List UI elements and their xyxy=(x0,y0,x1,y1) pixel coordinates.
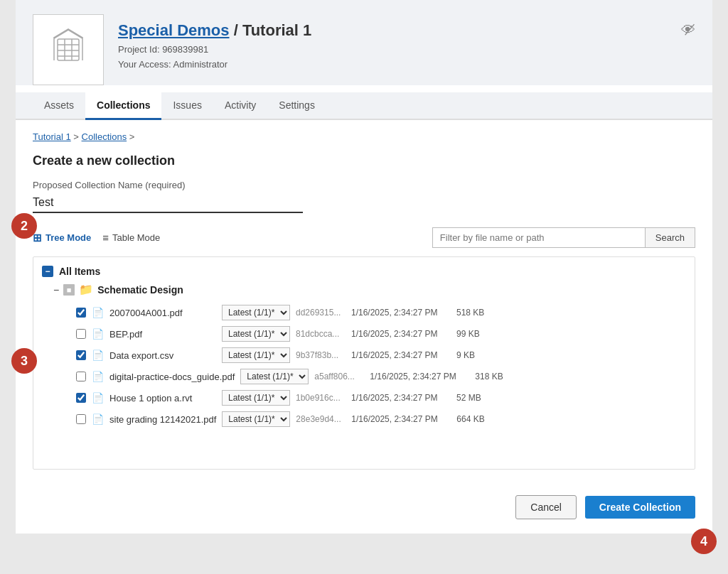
header-right: 👁​̸ xyxy=(681,14,695,38)
tab-assets[interactable]: Assets xyxy=(33,92,85,120)
project-access: Your Access: Administrator xyxy=(118,58,667,72)
file-checkbox-5[interactable] xyxy=(76,414,86,424)
file-icon-3: 📄 xyxy=(92,371,104,382)
version-select-5[interactable]: Latest (1/1)* xyxy=(222,411,290,427)
file-row: 📄 site grading 12142021.pdf Latest (1/1)… xyxy=(42,408,686,430)
folder-label: Schematic Design xyxy=(97,284,183,296)
project-header: Special Demos / Tutorial 1 Project Id: 9… xyxy=(16,0,712,85)
file-size-2: 9 KB xyxy=(456,350,499,360)
collection-name-label: Proposed Collection Name (required) xyxy=(33,180,695,190)
folder-collapse-icon[interactable]: − xyxy=(53,284,59,296)
folder-row: − ■ 📁 Schematic Design xyxy=(42,283,686,296)
step-badge-2: 2 xyxy=(11,213,37,239)
create-collection-button[interactable]: Create Collection xyxy=(585,496,695,519)
content-area: Tutorial 1 > Collections > Create a new … xyxy=(16,120,712,481)
cancel-button[interactable]: Cancel xyxy=(515,495,577,519)
step-badge-4: 4 xyxy=(691,529,717,554)
view-search-row: ⊞ Tree Mode ≡ Table Mode Search xyxy=(33,227,695,248)
file-list: 📄 2007004A001.pdf Latest (1/1)* dd269315… xyxy=(42,302,686,430)
tab-settings[interactable]: Settings xyxy=(267,92,326,120)
file-checkbox-3[interactable] xyxy=(76,372,86,381)
section-title: Create a new collection xyxy=(33,153,695,168)
all-items-toggle-icon[interactable]: − xyxy=(42,266,53,277)
file-row: 📄 BEP.pdf Latest (1/1)* 81dcbcca... 1/16… xyxy=(42,323,686,345)
file-name-4: House 1 option a.rvt xyxy=(109,393,216,404)
version-select-0[interactable]: Latest (1/1)* xyxy=(222,305,290,320)
tab-activity[interactable]: Activity xyxy=(213,92,267,120)
tab-issues[interactable]: Issues xyxy=(161,92,213,120)
file-size-1: 99 KB xyxy=(456,329,499,339)
file-name-3: digital-practice-docs_guide.pdf xyxy=(109,372,235,382)
all-items-label: All Items xyxy=(59,266,100,277)
version-select-3[interactable]: Latest (1/1)* xyxy=(240,369,309,384)
file-name-2: Data export.csv xyxy=(109,350,216,361)
tabs-bar: Assets Collections Issues Activity Setti… xyxy=(16,92,712,120)
file-date-1: 1/16/2025, 2:34:27 PM xyxy=(351,329,451,339)
file-icon-4: 📄 xyxy=(92,392,104,404)
svg-rect-0 xyxy=(58,39,79,60)
svg-marker-6 xyxy=(54,28,82,39)
project-meta: Project Id: 969839981 Your Access: Admin… xyxy=(118,43,667,72)
tree-mode-label: Tree Mode xyxy=(46,232,91,243)
file-checkbox-0[interactable] xyxy=(76,308,86,318)
step-badge-3: 3 xyxy=(11,348,37,374)
version-select-2[interactable]: Latest (1/1)* xyxy=(222,347,290,363)
file-hash-2: 9b37f83b... xyxy=(296,350,346,360)
folder-icon: 📁 xyxy=(79,283,93,296)
file-hash-3: a5aff806... xyxy=(314,372,364,381)
file-date-0: 1/16/2025, 2:34:27 PM xyxy=(351,308,451,318)
table-mode-button[interactable]: ≡ Table Mode xyxy=(102,232,160,244)
file-checkbox-2[interactable] xyxy=(76,350,86,360)
file-icon-5: 📄 xyxy=(92,413,104,425)
all-items-row: − All Items xyxy=(42,266,686,277)
file-hash-0: dd269315... xyxy=(296,308,346,318)
table-mode-icon: ≡ xyxy=(102,232,109,244)
visibility-icon[interactable]: 👁​̸ xyxy=(681,22,695,38)
file-icon-2: 📄 xyxy=(92,350,104,361)
org-link[interactable]: Special Demos xyxy=(118,21,230,39)
breadcrumb-tutorial[interactable]: Tutorial 1 xyxy=(33,131,71,142)
file-row: 📄 2007004A001.pdf Latest (1/1)* dd269315… xyxy=(42,302,686,323)
collection-name-input[interactable] xyxy=(33,193,303,213)
file-hash-5: 28e3e9d4... xyxy=(296,414,346,424)
file-date-5: 1/16/2025, 2:34:27 PM xyxy=(351,414,451,424)
file-row: 📄 Data export.csv Latest (1/1)* 9b37f83b… xyxy=(42,345,686,366)
tab-collections[interactable]: Collections xyxy=(85,92,161,120)
search-button[interactable]: Search xyxy=(646,227,695,248)
project-id: Project Id: 969839981 xyxy=(118,43,667,58)
file-row: 📄 House 1 option a.rvt Latest (1/1)* 1b0… xyxy=(42,387,686,408)
file-name-1: BEP.pdf xyxy=(109,329,216,340)
file-icon-0: 📄 xyxy=(92,307,104,318)
project-title: Special Demos / Tutorial 1 xyxy=(118,21,667,40)
search-container: Search xyxy=(432,227,695,248)
version-select-4[interactable]: Latest (1/1)* xyxy=(222,390,290,406)
table-mode-label: Table Mode xyxy=(112,232,160,243)
file-size-3: 318 KB xyxy=(475,372,518,381)
folder-checkbox[interactable]: ■ xyxy=(63,284,75,296)
file-hash-4: 1b0e916c... xyxy=(296,393,346,403)
footer-row: Cancel Create Collection xyxy=(16,481,712,534)
file-name-5: site grading 12142021.pdf xyxy=(109,414,216,425)
breadcrumb-collections[interactable]: Collections xyxy=(82,131,127,142)
file-hash-1: 81dcbcca... xyxy=(296,329,346,339)
file-tree-container: − All Items − ■ 📁 Schematic Design 📄 200… xyxy=(33,256,695,470)
project-logo xyxy=(33,14,104,85)
search-input[interactable] xyxy=(432,227,646,248)
version-select-1[interactable]: Latest (1/1)* xyxy=(222,326,290,342)
file-name-0: 2007004A001.pdf xyxy=(109,308,216,318)
file-date-4: 1/16/2025, 2:34:27 PM xyxy=(351,393,451,403)
view-modes: ⊞ Tree Mode ≡ Table Mode xyxy=(33,232,424,244)
breadcrumb: Tutorial 1 > Collections > xyxy=(33,131,695,142)
file-date-2: 1/16/2025, 2:34:27 PM xyxy=(351,350,451,360)
file-row: 📄 digital-practice-docs_guide.pdf Latest… xyxy=(42,366,686,387)
file-size-5: 664 KB xyxy=(456,414,499,424)
file-date-3: 1/16/2025, 2:34:27 PM xyxy=(370,372,469,381)
file-size-0: 518 KB xyxy=(456,308,499,318)
project-info: Special Demos / Tutorial 1 Project Id: 9… xyxy=(118,14,667,72)
file-icon-1: 📄 xyxy=(92,328,104,340)
file-checkbox-1[interactable] xyxy=(76,329,86,339)
file-size-4: 52 MB xyxy=(456,393,499,403)
tree-mode-button[interactable]: ⊞ Tree Mode xyxy=(33,232,91,244)
file-checkbox-4[interactable] xyxy=(76,393,86,403)
